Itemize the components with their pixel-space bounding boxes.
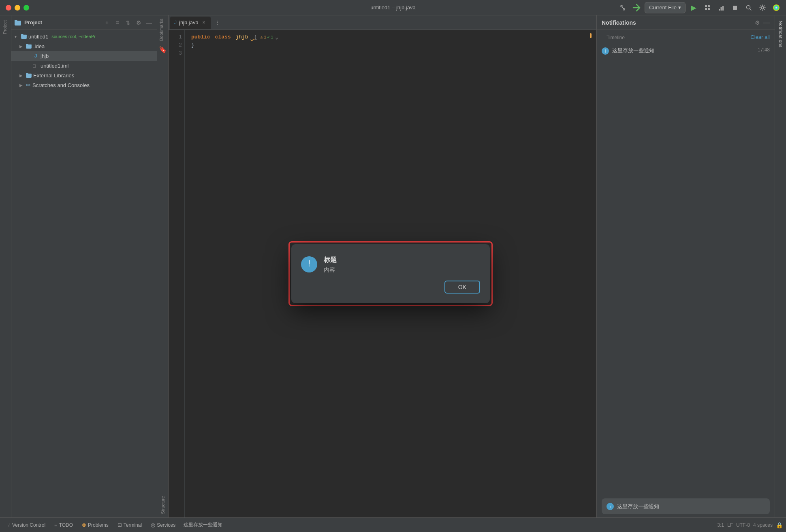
dialog-box: ! 标题 内容 OK [291, 244, 490, 303]
current-file-dropdown[interactable]: Current File ▾ [645, 2, 686, 13]
dialog-highlight: ! 标题 内容 OK [288, 241, 493, 306]
code-editor[interactable]: public class jhjb { ⚠ 1 ✓ 1 ⌄ } [185, 30, 596, 517]
stop-button[interactable] [729, 2, 741, 13]
notifications-bottom-item: i 这里存放一些通知 [602, 498, 770, 514]
coverage-button[interactable] [716, 2, 727, 13]
dialog-header: ! 标题 内容 [301, 256, 480, 274]
new-file-icon[interactable]: + [103, 18, 111, 27]
project-folder-icon [15, 20, 21, 26]
settings-panel-icon[interactable]: ⚙ [134, 18, 143, 27]
project-strip-label[interactable]: Project [0, 15, 11, 39]
cursor-position[interactable]: 3:1 [717, 522, 724, 528]
tab-more-button[interactable]: ⋮ [213, 19, 222, 26]
tree-root[interactable]: ▾ untitled1 sources root, ~/IdeaPr [11, 32, 157, 41]
svg-rect-5 [705, 8, 707, 10]
line-ending[interactable]: LF [727, 522, 733, 528]
bottom-tab-terminal[interactable]: ⊡ Terminal [113, 519, 146, 531]
dialog-ok-button[interactable]: OK [444, 281, 480, 294]
svg-line-12 [750, 9, 752, 10]
tree-arrow-root: ▾ [15, 34, 19, 39]
notifications-strip-label[interactable]: Notifications [778, 17, 783, 51]
root-folder-icon [21, 34, 27, 39]
notifications-timeline-label: Timeline [602, 32, 630, 42]
terminal-icon: ⊡ [117, 522, 122, 528]
notif-info-icon-0: i [602, 47, 609, 55]
project-panel-header: Project + ≡ ⇅ ⚙ — [11, 15, 157, 30]
notifications-gear-icon[interactable]: ⚙ [755, 19, 760, 26]
project-panel: Project + ≡ ⇅ ⚙ — ▾ untitled1 sources ro… [11, 15, 157, 517]
project-sidebar-strip: Project [0, 15, 11, 517]
tree-idea[interactable]: ▶ .idea [11, 41, 157, 51]
svg-rect-9 [722, 6, 724, 11]
close-button[interactable] [6, 5, 11, 11]
structure-label[interactable]: Structure [159, 493, 167, 517]
todo-icon: ≡ [54, 522, 58, 528]
tree-arrow-scratches: ▶ [19, 83, 24, 87]
bottom-tab-problems[interactable]: ⊗ Problems [78, 519, 113, 531]
indent-setting[interactable]: 4 spaces [753, 522, 773, 528]
green-arrow-button[interactable] [631, 2, 642, 13]
project-header-icons: + ≡ ⇅ ⚙ — [103, 18, 154, 27]
dialog-title: 标题 [324, 256, 480, 264]
notifications-title: Notifications [602, 19, 752, 26]
services-label: Services [157, 522, 175, 528]
tab-label: jhjb.java [179, 19, 199, 26]
svg-rect-7 [719, 9, 720, 11]
tree-scratches[interactable]: ▶ ✏ Scratches and Consoles [11, 80, 157, 90]
tree-arrow-libs: ▶ [19, 73, 24, 78]
editor-tab-jhjb[interactable]: J jhjb.java ✕ [170, 17, 211, 29]
services-icon: ◎ [151, 522, 155, 528]
bottom-tab-version-control[interactable]: ⑂ Version Control [3, 519, 49, 531]
editor-area: J jhjb.java ✕ ⋮ 1 2 3 public class jhjb … [169, 15, 596, 517]
svg-rect-10 [733, 6, 737, 10]
color-picker-button[interactable] [771, 2, 782, 13]
bottom-tab-services[interactable]: ◎ Services [147, 519, 179, 531]
settings-button[interactable] [757, 2, 768, 13]
encoding[interactable]: UTF-8 [736, 522, 750, 528]
collapse-all-icon[interactable]: ≡ [113, 18, 122, 27]
scratches-icon: ✏ [26, 82, 31, 88]
bottom-tab-todo[interactable]: ≡ TODO [50, 519, 77, 531]
notif-bottom-text: 这里存放一些通知 [617, 503, 765, 510]
minimize-button[interactable] [15, 5, 20, 11]
tree-jhjb[interactable]: ▶ J jhjb [11, 51, 157, 61]
version-control-label: Version Control [12, 522, 45, 528]
idea-label: .idea [33, 43, 45, 49]
lock-icon[interactable]: 🔒 [776, 522, 783, 528]
bookmark-icon[interactable]: 🔖 [157, 44, 169, 55]
line-num-1: 1 [171, 33, 182, 41]
notifications-close-icon[interactable]: — [763, 19, 770, 26]
main-layout: Project Project + ≡ ⇅ ⚙ — ▾ [0, 15, 786, 517]
notifications-panel: Notifications ⚙ — Timeline Clear all i 这… [596, 15, 775, 517]
line-numbers: 1 2 3 [169, 30, 185, 517]
run-button[interactable]: ▶ [688, 2, 699, 13]
build-button[interactable] [702, 2, 713, 13]
todo-label: TODO [59, 522, 73, 528]
maximize-button[interactable] [23, 5, 29, 11]
clear-all-button[interactable]: Clear all [750, 34, 770, 40]
tree-iml[interactable]: ▶ ◻ untitled1.iml [11, 61, 157, 70]
bookmarks-label[interactable]: Bookmarks [157, 15, 165, 44]
svg-point-13 [761, 6, 764, 9]
search-button[interactable] [743, 2, 754, 13]
vcs-button[interactable] [617, 2, 628, 13]
notifications-header: Notifications ⚙ — [597, 15, 775, 30]
tree-external-libs[interactable]: ▶ External Libraries [11, 70, 157, 80]
line-num-2: 2 [171, 41, 182, 49]
root-suffix: sources root, ~/IdeaPr [51, 34, 96, 39]
version-control-icon: ⑂ [7, 522, 11, 528]
java-file-icon: J [32, 53, 39, 59]
notification-item-0: i 这里存放一些通知 17:48 [597, 44, 775, 58]
dialog-content: 内容 [324, 266, 480, 274]
titlebar-right: Current File ▾ ▶ [617, 2, 782, 13]
window-title: untitled1 – jhjb.java [370, 4, 415, 11]
tree-arrow-idea: ▶ [19, 44, 24, 49]
close-panel-icon[interactable]: — [145, 18, 154, 27]
middle-left-strips: Bookmarks 🔖 Structure [157, 15, 169, 517]
libs-folder-icon [26, 73, 32, 78]
project-tree: ▾ untitled1 sources root, ~/IdeaPr ▶ .id… [11, 30, 157, 517]
svg-rect-3 [705, 5, 707, 7]
tab-close-icon[interactable]: ✕ [201, 20, 207, 26]
expand-icon[interactable]: ⇅ [124, 18, 132, 27]
iml-label: untitled1.iml [41, 63, 68, 69]
